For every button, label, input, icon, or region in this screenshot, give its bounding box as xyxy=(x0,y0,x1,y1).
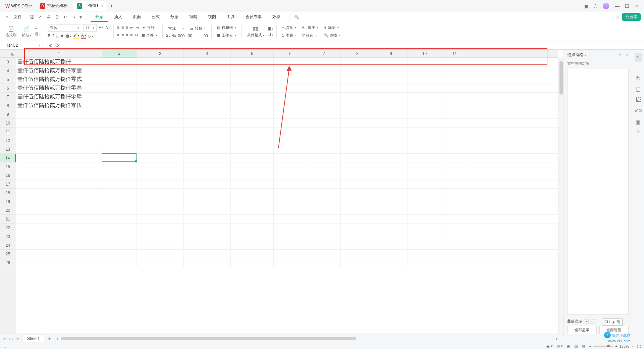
row-header-6[interactable]: 6 xyxy=(0,84,16,93)
percent-icon[interactable]: % xyxy=(172,34,176,38)
cell[interactable] xyxy=(16,223,102,232)
cell[interactable] xyxy=(184,136,231,145)
row-header-16[interactable]: 16 xyxy=(0,171,16,180)
cell[interactable] xyxy=(441,136,468,145)
sheet-nav-first-icon[interactable]: ⇤ xyxy=(3,336,7,341)
cell[interactable] xyxy=(341,110,374,118)
cell[interactable] xyxy=(341,197,374,206)
cell[interactable] xyxy=(341,84,374,92)
cloud-icon[interactable]: ⌂ xyxy=(616,15,619,19)
cell[interactable] xyxy=(408,189,441,197)
align-bottom-icon[interactable]: ≡ xyxy=(126,25,128,30)
hscroll-thumb[interactable] xyxy=(61,337,356,340)
cell[interactable] xyxy=(274,223,307,232)
cell[interactable] xyxy=(16,197,102,206)
worksheet-button[interactable]: ▦工作表▾ xyxy=(215,32,238,39)
cell[interactable] xyxy=(137,145,184,153)
cell[interactable] xyxy=(307,110,341,118)
align-top-icon[interactable]: ≡ xyxy=(117,25,119,30)
cell[interactable] xyxy=(102,136,137,145)
cell[interactable] xyxy=(274,128,307,136)
cell[interactable] xyxy=(184,206,231,214)
cell[interactable] xyxy=(231,101,274,110)
cell[interactable] xyxy=(341,145,374,153)
cell[interactable] xyxy=(184,101,231,110)
cell[interactable] xyxy=(102,119,137,127)
cell[interactable] xyxy=(184,180,231,188)
row-header-23[interactable]: 23 xyxy=(0,232,16,241)
cell[interactable] xyxy=(307,128,341,136)
cell[interactable] xyxy=(374,154,408,162)
cell[interactable] xyxy=(102,154,137,162)
cell[interactable] xyxy=(408,215,441,223)
freeze-button[interactable]: ❄冻结▾ xyxy=(322,24,342,31)
col-header-11[interactable]: 11 xyxy=(441,50,468,57)
copy-icon[interactable]: 🗐▾ xyxy=(35,32,41,37)
row-header-14[interactable]: 14 xyxy=(0,154,16,162)
grid-mode-icon[interactable]: ⊞ ▾ xyxy=(557,344,563,348)
cell[interactable] xyxy=(231,75,274,84)
cell[interactable] xyxy=(231,93,274,101)
cell-grid[interactable]: 壹仟伍佰陆拾贰万捌仟壹仟伍佰陆拾贰万捌仟零壹壹仟伍佰陆拾贰万捌仟零贰壹仟伍佰陆拾… xyxy=(16,58,558,337)
col-header-7[interactable]: 7 xyxy=(307,50,341,57)
row-header-17[interactable]: 17 xyxy=(0,180,16,189)
chart-icon[interactable]: ▢ xyxy=(636,86,641,92)
cell[interactable] xyxy=(184,66,231,75)
cell[interactable] xyxy=(102,232,137,241)
cell[interactable] xyxy=(408,145,441,153)
cell[interactable] xyxy=(408,128,441,136)
cell[interactable] xyxy=(408,66,441,75)
show-all-button[interactable]: 全部显示 xyxy=(567,326,597,334)
cell[interactable] xyxy=(441,128,468,136)
cell[interactable] xyxy=(274,145,307,153)
cell[interactable] xyxy=(374,136,408,145)
filter-button[interactable]: ▽筛选▾ xyxy=(300,32,320,39)
cell[interactable] xyxy=(184,215,231,223)
cell[interactable] xyxy=(374,162,408,171)
cell[interactable] xyxy=(307,232,341,241)
cell[interactable] xyxy=(408,110,441,118)
cell[interactable]: 壹仟伍佰陆拾贰万捌仟零壹 xyxy=(16,66,102,75)
cell[interactable] xyxy=(231,162,274,171)
cell[interactable] xyxy=(307,171,341,180)
cond-format-button[interactable]: ▥ 条件格式▾ xyxy=(245,26,266,38)
minimize-button[interactable]: — xyxy=(615,3,620,9)
sum-button[interactable]: Σ求和▾ xyxy=(280,32,299,39)
table-style-icon[interactable]: ▦▾ xyxy=(267,26,273,31)
cell[interactable] xyxy=(102,250,137,258)
cell[interactable] xyxy=(102,206,137,214)
zoom-slider[interactable] xyxy=(593,346,613,347)
comma-icon[interactable]: 000 xyxy=(178,34,184,38)
row-header-7[interactable]: 7 xyxy=(0,93,16,101)
close-button[interactable]: ✕ xyxy=(635,3,639,9)
file-menu[interactable]: 文件 xyxy=(11,14,24,20)
strike-icon[interactable]: A̶ xyxy=(61,34,63,38)
cell[interactable] xyxy=(374,223,408,232)
cell[interactable] xyxy=(16,136,102,145)
cell[interactable] xyxy=(374,250,408,258)
cell[interactable] xyxy=(374,232,408,241)
underline-icon[interactable]: U xyxy=(56,34,59,38)
cell[interactable] xyxy=(16,258,102,267)
cell[interactable] xyxy=(274,197,307,206)
cell[interactable] xyxy=(137,75,184,84)
cell[interactable] xyxy=(274,206,307,214)
cell[interactable] xyxy=(102,110,137,118)
row-header-25[interactable]: 25 xyxy=(0,250,16,258)
cell[interactable] xyxy=(102,258,137,267)
cell[interactable] xyxy=(231,58,274,66)
menu-home[interactable]: 开始 xyxy=(91,12,108,22)
cell[interactable] xyxy=(137,84,184,92)
align-left-icon[interactable]: ≡ xyxy=(117,33,119,38)
font-name-select[interactable]: 宋体▾ xyxy=(48,24,81,32)
cell[interactable] xyxy=(231,215,274,223)
cell[interactable]: 壹仟伍佰陆拾贰万捌仟 xyxy=(16,58,102,66)
vertical-scrollbar[interactable] xyxy=(558,58,564,337)
wrap-button[interactable]: ↵换行 xyxy=(141,24,157,31)
cell[interactable] xyxy=(408,232,441,241)
col-header-1[interactable]: 1 xyxy=(16,50,102,57)
cell[interactable] xyxy=(374,75,408,84)
pin-icon[interactable]: ✧ xyxy=(619,52,622,57)
help-icon[interactable]: ? xyxy=(637,130,640,136)
cell[interactable] xyxy=(184,258,231,267)
